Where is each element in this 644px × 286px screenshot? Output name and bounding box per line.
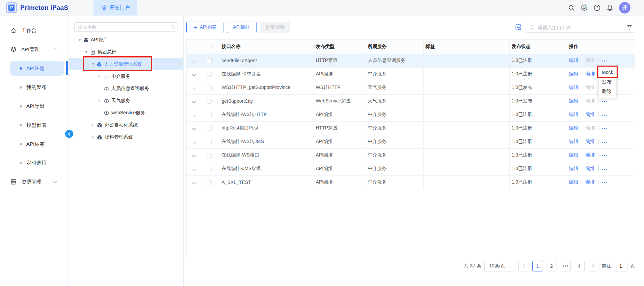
- search-icon[interactable]: [568, 4, 575, 11]
- orchestrate-link[interactable]: 编排: [586, 85, 595, 90]
- page-button-1[interactable]: 1: [532, 261, 543, 271]
- row-expand-icon[interactable]: [192, 113, 196, 117]
- tree-node-personnel-info-service[interactable]: 人员信息查询服务: [74, 82, 178, 95]
- row-expand-icon[interactable]: [192, 59, 196, 63]
- edit-link[interactable]: 编辑: [569, 71, 579, 76]
- row-checkbox[interactable]: [207, 113, 212, 117]
- row-checkbox[interactable]: [207, 86, 212, 90]
- tree-node-intermediary-service[interactable]: 中介服务: [74, 70, 178, 82]
- caret-down-icon[interactable]: [92, 63, 95, 65]
- row-expand-icon[interactable]: [192, 86, 196, 90]
- row-expand-icon[interactable]: [192, 181, 196, 184]
- filter-funnel-icon[interactable]: [626, 24, 633, 30]
- edit-link[interactable]: 编辑: [569, 85, 579, 90]
- row-expand-icon[interactable]: [192, 153, 196, 157]
- menu-item-mock[interactable]: Mock: [599, 68, 616, 77]
- sidebar-item-my-publish[interactable]: 我的发布: [0, 80, 69, 95]
- row-checkbox[interactable]: [207, 99, 212, 104]
- edit-link[interactable]: 编辑: [569, 152, 579, 158]
- page-button-4[interactable]: 4: [574, 261, 585, 271]
- sidebar-item-api-tags[interactable]: API标签: [0, 137, 69, 151]
- edit-link[interactable]: 编辑: [569, 57, 579, 63]
- row-checkbox[interactable]: [207, 126, 212, 131]
- goto-page-input[interactable]: [614, 261, 627, 271]
- edit-link[interactable]: 编辑: [569, 125, 579, 130]
- sidebar-item-api-register[interactable]: API注册: [10, 61, 64, 76]
- ai-assistant-icon[interactable]: [581, 4, 588, 11]
- row-checkbox[interactable]: [207, 180, 212, 185]
- sidebar-item-api-management[interactable]: API管理: [0, 42, 69, 57]
- orchestrate-link[interactable]: 编排: [586, 57, 595, 63]
- help-icon[interactable]: [593, 4, 601, 11]
- tree-node-hr-system[interactable]: 人力资源管理系统: [69, 58, 183, 70]
- select-all-checkbox[interactable]: [207, 45, 212, 49]
- row-expand-icon[interactable]: [192, 140, 196, 144]
- edit-link[interactable]: 编辑: [569, 179, 579, 185]
- more-actions-icon[interactable]: [602, 182, 608, 184]
- orchestrate-link[interactable]: 编排: [586, 166, 595, 171]
- tree-node-weather-service[interactable]: 天气服务: [74, 95, 178, 107]
- page-button-2[interactable]: 2: [546, 261, 557, 271]
- caret-right-icon[interactable]: [92, 124, 94, 126]
- row-expand-icon[interactable]: [192, 167, 196, 171]
- row-checkbox[interactable]: [207, 153, 212, 158]
- tree-node-office-automation-system[interactable]: 办公自动化系统: [74, 119, 178, 131]
- row-checkbox[interactable]: [207, 72, 212, 77]
- row-expand-icon[interactable]: [192, 99, 196, 103]
- sidebar-item-resource-management[interactable]: 资源管理: [0, 174, 69, 189]
- row-expand-icon[interactable]: [192, 72, 196, 76]
- orchestrate-link[interactable]: 编排: [586, 112, 595, 117]
- sidebar-item-api-export[interactable]: API导出: [0, 99, 69, 114]
- sidebar-item-workbench[interactable]: 工作台: [0, 23, 69, 38]
- more-actions-icon[interactable]: [602, 101, 608, 102]
- page-size-select[interactable]: 10条/页: [484, 261, 515, 271]
- batch-delete-button[interactable]: 批量删除: [260, 22, 290, 33]
- caret-right-icon[interactable]: [99, 75, 101, 78]
- sidebar-item-timed-call[interactable]: 定时调用: [0, 156, 69, 170]
- row-checkbox[interactable]: [207, 140, 212, 144]
- tree-node-api-assets[interactable]: API资产: [74, 34, 178, 46]
- menu-item-delete[interactable]: 删除: [599, 87, 616, 96]
- orchestrate-link[interactable]: 编排: [586, 179, 595, 185]
- more-actions-icon[interactable]: [602, 169, 608, 170]
- sidebar-collapse-handle[interactable]: [65, 130, 73, 138]
- orchestrate-link[interactable]: 编排: [586, 139, 595, 144]
- page-ellipsis[interactable]: [560, 261, 571, 271]
- orchestrate-link[interactable]: 编排: [586, 98, 595, 103]
- edit-link[interactable]: 编辑: [569, 139, 579, 144]
- tree-search-input[interactable]: [74, 22, 178, 32]
- orchestrate-link[interactable]: 编排: [586, 71, 595, 76]
- owner-service: 中介服务: [366, 121, 423, 135]
- more-actions-icon[interactable]: [602, 142, 608, 143]
- api-search-input[interactable]: [526, 22, 635, 33]
- row-expand-icon[interactable]: [192, 126, 196, 130]
- orchestrate-link[interactable]: 编排: [586, 125, 595, 130]
- menu-item-publish[interactable]: 发布: [599, 77, 616, 87]
- edit-link[interactable]: 编辑: [569, 112, 579, 117]
- more-actions-icon[interactable]: [602, 61, 608, 62]
- orchestrate-link[interactable]: 编排: [586, 152, 595, 158]
- tree-node-webservice-service[interactable]: webService服务: [74, 107, 178, 119]
- more-actions-icon[interactable]: [602, 115, 608, 116]
- caret-right-icon[interactable]: [92, 136, 94, 139]
- more-actions-icon[interactable]: [602, 128, 608, 129]
- more-actions-icon[interactable]: [602, 155, 608, 157]
- advanced-search-icon[interactable]: [514, 24, 522, 31]
- api-orchestrate-button[interactable]: API编排: [227, 22, 257, 33]
- tree-node-material-management-system[interactable]: 物料管理系统: [74, 131, 178, 143]
- edit-link[interactable]: 编辑: [569, 166, 579, 171]
- caret-right-icon[interactable]: [99, 99, 101, 102]
- next-page-button[interactable]: [588, 261, 598, 271]
- row-checkbox[interactable]: [207, 167, 212, 171]
- notification-bell-icon[interactable]: [606, 4, 614, 11]
- user-avatar[interactable]: 开: [619, 2, 630, 14]
- caret-down-icon[interactable]: [78, 39, 81, 41]
- row-checkbox[interactable]: [207, 58, 212, 63]
- edit-link[interactable]: 编辑: [569, 98, 579, 103]
- tree-node-group-hq[interactable]: 集团总部: [74, 46, 178, 58]
- caret-down-icon[interactable]: [85, 51, 88, 53]
- prev-page-button[interactable]: [518, 261, 529, 271]
- tab-dev-portal[interactable]: 开发门户: [93, 0, 137, 16]
- sidebar-item-model-deploy[interactable]: 模型部署: [0, 118, 69, 133]
- api-create-button[interactable]: API创建: [186, 22, 223, 33]
